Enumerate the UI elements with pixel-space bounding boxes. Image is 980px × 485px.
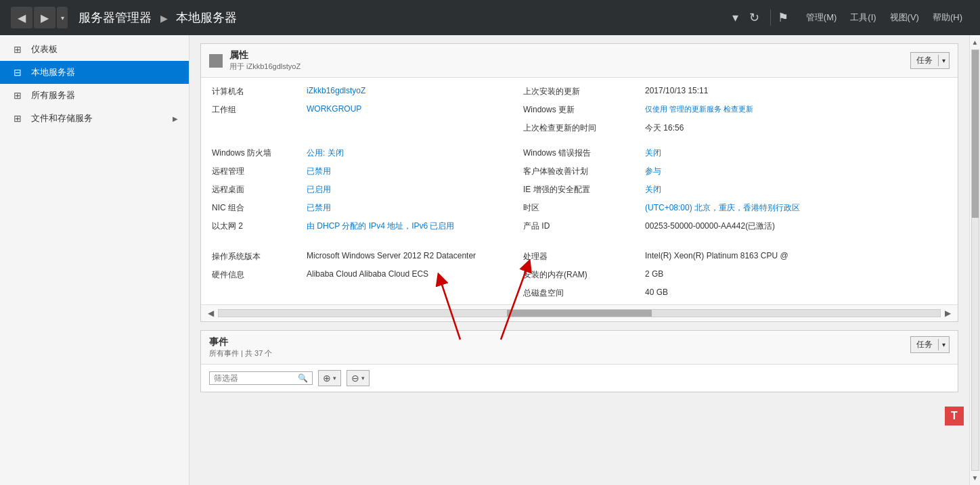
task-btn-label: 任务	[911, 53, 938, 68]
dashboard-icon: ⊞	[11, 44, 24, 55]
title-separator: ▶	[160, 13, 171, 24]
menu-help[interactable]: 帮助(H)	[926, 9, 969, 26]
prop-value-firewall[interactable]: 公用: 关闭	[307, 145, 523, 162]
divider-1	[770, 9, 771, 26]
prop-value-ie-security[interactable]: 关闭	[645, 181, 947, 198]
prop-value-disk: 40 GB	[645, 285, 947, 302]
flag-icon[interactable]: ⚑	[778, 10, 788, 25]
section-title: 属性	[229, 49, 300, 62]
prop-value-windows-update[interactable]: 仅使用 管理的更新服务 检查更新	[645, 101, 947, 118]
events-btn-2-arrow-icon: ▾	[361, 375, 365, 382]
t-icon[interactable]: T	[945, 407, 964, 425]
prop-value-nic[interactable]: 已禁用	[307, 200, 523, 216]
events-title: 事件	[209, 336, 272, 348]
events-btn-1-icon: ⊕	[323, 373, 331, 384]
prop-label-workgroup: 工作组	[212, 101, 307, 118]
filter-input-wrap[interactable]: 🔍	[209, 371, 313, 385]
events-btn-2-icon: ⊖	[351, 373, 359, 384]
right-scrollbar[interactable]: ▲ ▼	[969, 35, 980, 485]
events-header: 事件 所有事件 | 共 37 个 任务 ▾	[201, 331, 958, 365]
prop-label-ie-security: IE 增强的安全配置	[523, 181, 645, 198]
filter-input[interactable]	[214, 373, 295, 383]
sidebar-item-all-servers[interactable]: ⊞ 所有服务器	[0, 84, 189, 107]
prop-label-last-update: 上次安装的更新	[523, 83, 645, 100]
prop-label-empty2	[212, 285, 307, 302]
file-storage-icon: ⊞	[11, 113, 24, 124]
search-icon: 🔍	[298, 373, 308, 383]
sidebar: ⊞ 仪表板 ⊟ 本地服务器 ⊞ 所有服务器 ⊞ 文件和存储服务 ▶	[0, 35, 190, 485]
nav-dropdown-button[interactable]: ▾	[57, 7, 68, 28]
prop-value-workgroup[interactable]: WORKGROUP	[307, 101, 523, 118]
sidebar-item-file-storage[interactable]: ⊞ 文件和存储服务 ▶	[0, 107, 189, 130]
scroll-up-btn[interactable]: ▲	[970, 37, 980, 48]
refresh-button[interactable]: ▾	[728, 7, 742, 28]
events-count: 共 37 个	[245, 349, 272, 357]
menu-manage[interactable]: 管理(M)	[799, 9, 844, 26]
expand-arrow-icon: ▶	[173, 115, 178, 122]
prop-label-empty1	[212, 120, 307, 137]
window-title: 服务器管理器 ▶ 本地服务器	[79, 9, 728, 26]
prop-value-product-id: 00253-50000-00000-AA442(已激活)	[645, 218, 947, 235]
content-wrapper: 属性 用于 iZkkb16gdlstyoZ 任务 ▾ 计算机名 iZkkb16g…	[190, 35, 980, 485]
prop-label-remote-mgmt: 远程管理	[212, 163, 307, 180]
prop-value-remote-mgmt[interactable]: 已禁用	[307, 163, 523, 180]
spacer-2	[212, 236, 947, 247]
sidebar-label-file-storage: 文件和存储服务	[31, 112, 93, 124]
sidebar-item-local-server[interactable]: ⊟ 本地服务器	[0, 61, 189, 84]
vertical-scroll-track[interactable]	[971, 49, 979, 471]
task-button[interactable]: 任务 ▾	[910, 52, 950, 69]
menu-view[interactable]: 视图(V)	[883, 9, 926, 26]
events-subtitle: 所有事件 | 共 37 个	[209, 348, 272, 359]
prop-label-windows-update: Windows 更新	[523, 101, 645, 118]
prop-label-nic: NIC 组合	[212, 200, 307, 216]
prop-value-ram: 2 GB	[645, 267, 947, 283]
titlebar: ◀ ▶ ▾ 服务器管理器 ▶ 本地服务器 ▾ ↻ ⚑ 管理(M) 工具(I) 视…	[0, 0, 980, 35]
horizontal-scrollbar[interactable]: ◀ ▶	[201, 304, 958, 321]
prop-label-remote-desktop: 远程桌面	[212, 181, 307, 198]
section-header-left: 属性 用于 iZkkb16gdlstyoZ	[209, 49, 300, 72]
events-btn-1[interactable]: ⊕ ▾	[318, 370, 341, 386]
scroll-right-btn[interactable]: ▶	[943, 307, 952, 319]
prop-value-ethernet[interactable]: 由 DHCP 分配的 IPv4 地址，IPv6 已启用	[307, 218, 523, 235]
task-btn-arrow-icon: ▾	[938, 55, 949, 66]
events-subtitle-prefix: 所有事件	[209, 349, 239, 357]
prop-value-remote-desktop[interactable]: 已启用	[307, 181, 523, 198]
refresh-icon[interactable]: ↻	[745, 7, 763, 28]
menu-tools[interactable]: 工具(I)	[843, 9, 883, 26]
prop-value-customer-exp[interactable]: 参与	[645, 163, 947, 180]
events-btn-2[interactable]: ⊖ ▾	[347, 370, 370, 386]
events-section: 事件 所有事件 | 共 37 个 任务 ▾	[200, 330, 958, 392]
scroll-track[interactable]	[218, 309, 941, 317]
events-task-btn-arrow-icon: ▾	[938, 339, 949, 350]
events-body: 🔍 ⊕ ▾ ⊖ ▾	[201, 365, 958, 392]
events-task-button[interactable]: 任务 ▾	[910, 336, 950, 353]
prop-label-customer-exp: 客户体验改善计划	[523, 163, 645, 180]
prop-label-timezone: 时区	[523, 200, 645, 216]
prop-value-hostname[interactable]: iZkkb16gdlstyoZ	[307, 83, 523, 100]
app-title-text: 服务器管理器	[79, 11, 152, 24]
scroll-thumb	[507, 310, 651, 317]
prop-label-error-report: Windows 错误报告	[523, 145, 645, 162]
props-grid: 计算机名 iZkkb16gdlstyoZ 上次安装的更新 2017/10/13 …	[201, 78, 958, 304]
back-button[interactable]: ◀	[11, 7, 32, 28]
prop-label-disk: 总磁盘空间	[523, 285, 645, 302]
prop-value-timezone[interactable]: (UTC+08:00) 北京，重庆，香港特别行政区	[645, 200, 947, 216]
menu-bar: 管理(M) 工具(I) 视图(V) 帮助(H)	[799, 9, 969, 26]
scroll-down-btn[interactable]: ▼	[970, 472, 980, 484]
all-servers-icon: ⊞	[11, 90, 24, 101]
events-btn-1-arrow-icon: ▾	[333, 375, 336, 382]
titlebar-actions: ▾ ↻ ⚑ 管理(M) 工具(I) 视图(V) 帮助(H)	[728, 7, 969, 28]
prop-label-product-id: 产品 ID	[523, 218, 645, 235]
prop-value-empty2	[307, 285, 523, 302]
sidebar-label-all-servers: 所有服务器	[31, 89, 75, 101]
forward-button[interactable]: ▶	[34, 7, 55, 28]
properties-section: 属性 用于 iZkkb16gdlstyoZ 任务 ▾ 计算机名 iZkkb16g…	[200, 43, 958, 322]
prop-label-processor: 处理器	[523, 248, 645, 265]
spacer-1	[212, 138, 947, 143]
events-title-block: 事件 所有事件 | 共 37 个	[209, 336, 272, 359]
prop-value-error-report[interactable]: 关闭	[645, 145, 947, 162]
events-task-btn-label: 任务	[911, 337, 938, 352]
sidebar-item-dashboard[interactable]: ⊞ 仪表板	[0, 38, 189, 61]
scroll-left-btn[interactable]: ◀	[206, 307, 215, 319]
sidebar-label-dashboard: 仪表板	[31, 43, 58, 55]
